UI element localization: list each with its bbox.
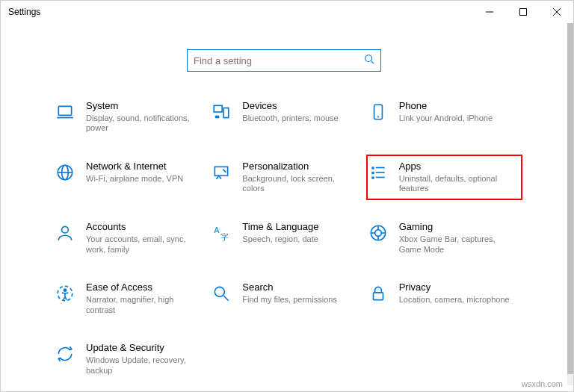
language-icon: A字: [211, 223, 232, 243]
svg-point-29: [374, 230, 381, 237]
tile-title: Search: [242, 281, 354, 293]
tile-network[interactable]: Network & Internet Wi-Fi, airplane mode,…: [53, 155, 209, 200]
svg-text:A: A: [215, 225, 220, 234]
tile-title: Apps: [399, 161, 510, 172]
settings-grid: System Display, sound, notifications, po…: [1, 94, 567, 389]
svg-rect-38: [373, 293, 383, 300]
tile-title: Devices: [242, 100, 354, 112]
accessibility-icon: [55, 283, 75, 304]
tile-personalization[interactable]: Personalization Background, lock screen,…: [209, 155, 365, 200]
maximize-button[interactable]: [506, 1, 540, 23]
svg-rect-6: [58, 106, 71, 115]
svg-point-35: [64, 289, 66, 291]
tile-title: Privacy: [399, 281, 510, 293]
vertical-scrollbar[interactable]: [567, 23, 573, 385]
tile-title: System: [86, 100, 197, 112]
tile-desc: Location, camera, microphone: [399, 295, 510, 305]
search-icon: [364, 54, 374, 67]
magnifier-icon: [211, 283, 232, 304]
tile-accounts[interactable]: Accounts Your accounts, email, sync, wor…: [53, 215, 209, 261]
sync-icon: [55, 343, 75, 364]
tile-title: Ease of Access: [86, 281, 197, 293]
svg-text:字: 字: [220, 232, 229, 241]
tile-title: Update & Security: [86, 342, 197, 354]
tile-gaming[interactable]: Gaming Xbox Game Bar, captures, Game Mod…: [366, 215, 522, 261]
search-box[interactable]: [187, 49, 381, 72]
tile-title: Phone: [399, 100, 510, 112]
tile-update-security[interactable]: Update & Security Windows Update, recove…: [53, 336, 209, 382]
scrollbar-thumb[interactable]: [567, 23, 573, 374]
lock-icon: [368, 283, 389, 304]
devices-icon: [211, 102, 232, 122]
tile-time-language[interactable]: A字 Time & Language Speech, region, date: [209, 215, 365, 261]
svg-rect-8: [215, 105, 223, 112]
tile-ease-of-access[interactable]: Ease of Access Narrator, magnifier, high…: [53, 276, 209, 321]
svg-line-18: [223, 169, 226, 172]
tile-desc: Xbox Game Bar, captures, Game Mode: [399, 234, 510, 255]
close-button[interactable]: [540, 1, 573, 23]
tile-title: Time & Language: [242, 221, 354, 233]
tile-desc: Windows Update, recovery, backup: [86, 355, 197, 376]
tile-search[interactable]: Search Find my files, permissions: [209, 276, 365, 321]
tile-title: Accounts: [86, 221, 197, 233]
svg-rect-19: [371, 167, 374, 169]
minimize-button[interactable]: [472, 1, 506, 23]
tile-desc: Bluetooth, printers, mouse: [242, 113, 354, 124]
tile-title: Personalization: [242, 161, 354, 172]
tile-title: Network & Internet: [86, 161, 197, 172]
phone-icon: [368, 102, 389, 122]
svg-point-4: [365, 55, 372, 62]
tile-desc: Wi-Fi, airplane mode, VPN: [86, 174, 197, 184]
search-input[interactable]: [194, 55, 364, 66]
tile-apps[interactable]: Apps Uninstall, defaults, optional featu…: [366, 155, 522, 200]
tile-desc: Link your Android, iPhone: [399, 113, 510, 124]
svg-point-25: [62, 227, 69, 234]
svg-rect-1: [519, 9, 526, 16]
tile-title: Gaming: [399, 221, 510, 233]
svg-rect-17: [215, 167, 228, 176]
tile-desc: Display, sound, notifications, power: [86, 113, 197, 134]
tile-system[interactable]: System Display, sound, notifications, po…: [53, 94, 209, 140]
tile-desc: Uninstall, defaults, optional features: [399, 174, 510, 195]
laptop-icon: [55, 102, 75, 122]
svg-line-5: [371, 61, 374, 64]
tile-privacy[interactable]: Privacy Location, camera, microphone: [366, 276, 522, 321]
svg-line-37: [224, 296, 229, 302]
apps-icon: [368, 162, 389, 183]
content-area: System Display, sound, notifications, po…: [1, 23, 567, 391]
svg-point-36: [215, 287, 225, 297]
titlebar: Settings: [1, 1, 573, 23]
paint-icon: [211, 162, 232, 183]
svg-rect-20: [371, 172, 374, 174]
tile-phone[interactable]: Phone Link your Android, iPhone: [366, 94, 522, 140]
svg-rect-9: [224, 108, 229, 118]
watermark: wsxdn.com: [522, 379, 563, 388]
svg-point-11: [216, 116, 217, 117]
tile-desc: Narrator, magnifier, high contrast: [86, 295, 197, 316]
gaming-icon: [368, 223, 389, 243]
svg-rect-21: [371, 177, 374, 179]
person-icon: [55, 223, 75, 243]
globe-icon: [55, 162, 75, 183]
tile-desc: Your accounts, email, sync, work, family: [86, 234, 197, 255]
tile-desc: Find my files, permissions: [242, 295, 354, 305]
tile-desc: Speech, region, date: [242, 234, 354, 245]
window-title: Settings: [8, 7, 40, 17]
tile-desc: Background, lock screen, colors: [242, 174, 354, 195]
tile-devices[interactable]: Devices Bluetooth, printers, mouse: [209, 94, 365, 140]
